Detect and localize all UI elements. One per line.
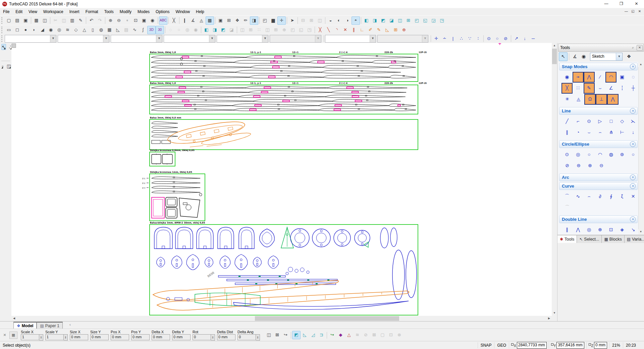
- menu-file[interactable]: File: [0, 8, 12, 15]
- print-preview-icon[interactable]: ◫: [41, 16, 49, 25]
- dline-segment-icon[interactable]: ∥: [561, 225, 573, 235]
- dline-rotated-rect-icon[interactable]: ◈: [616, 225, 628, 235]
- panel-styles-icon[interactable]: ❖: [625, 52, 633, 61]
- section-header[interactable]: Circle/Ellipse«: [559, 140, 638, 148]
- circle-tan-to-arc-icon[interactable]: ⊚: [616, 149, 628, 160]
- field-value[interactable]: 0 mm: [90, 334, 109, 340]
- pen-style-combo[interactable]: ▼: [5, 35, 56, 43]
- offset-icon[interactable]: ∥: [350, 26, 358, 34]
- chevron-down-icon[interactable]: ▼: [209, 35, 215, 42]
- collapse-icon[interactable]: «: [630, 64, 636, 69]
- revolve-tool-icon[interactable]: ∫: [139, 26, 147, 34]
- pen-width-combo[interactable]: ▼: [58, 35, 109, 43]
- snap-perpendicular-icon[interactable]: ⊥: [596, 94, 607, 105]
- line-bisector-icon[interactable]: ⋔: [605, 127, 616, 138]
- vertical-scroll-thumb[interactable]: [552, 49, 557, 64]
- horizontal-scrollbar[interactable]: ◀ ▶: [11, 316, 552, 321]
- chevron-down-icon[interactable]: ▼: [103, 35, 109, 42]
- menu-tools[interactable]: Tools: [101, 8, 117, 15]
- layer-combo[interactable]: ▼: [217, 35, 268, 43]
- circle-tan-3ent-icon[interactable]: ○: [628, 149, 639, 160]
- vertical-scrollbar[interactable]: ▲ ▼: [552, 43, 557, 316]
- curve-edit-nodes-icon[interactable]: ✕: [628, 191, 639, 202]
- mdi-minimize[interactable]: —: [623, 8, 629, 15]
- inspector-close-icon[interactable]: ✕: [2, 333, 7, 337]
- line-irregular-polygon-icon[interactable]: ▷: [595, 116, 606, 127]
- render-draft-icon[interactable]: ◑: [343, 16, 352, 25]
- dir-up-icon[interactable]: ↗: [512, 35, 521, 43]
- chamfer-icon[interactable]: ✕: [341, 26, 350, 34]
- chevron-down-icon[interactable]: ▼: [156, 35, 162, 42]
- section-header[interactable]: Line«: [559, 107, 638, 115]
- spell-check-icon[interactable]: ABC: [159, 16, 167, 25]
- snap-indicator[interactable]: SNAP: [478, 342, 494, 348]
- line-multiline-icon[interactable]: ⌐: [573, 116, 584, 127]
- mirror-copy-icon[interactable]: ◫: [263, 26, 272, 34]
- array-on-path-icon[interactable]: ⊕: [280, 26, 288, 34]
- zoom-out-icon[interactable]: ⊖: [115, 16, 123, 25]
- line-perpendicular-icon[interactable]: ⋋: [628, 116, 639, 127]
- aerial-view-icon[interactable]: ◉: [148, 16, 157, 25]
- sel-circle-slash-icon[interactable]: ⊘: [362, 331, 370, 339]
- text-style-combo[interactable]: ▼: [270, 35, 321, 43]
- circle-tan-line-2pt-icon[interactable]: ⊘: [561, 160, 573, 171]
- previous-view-icon[interactable]: ▣: [140, 16, 148, 25]
- meet-2-lines-icon[interactable]: ╲: [324, 26, 333, 34]
- sel-return-icon[interactable]: ↪: [328, 331, 336, 339]
- line-tangent-arc-icon[interactable]: ◔: [573, 127, 584, 138]
- window-new-icon[interactable]: ◫: [316, 16, 324, 25]
- copy-a-icon[interactable]: ◰: [288, 26, 297, 34]
- scroll-right-arrow[interactable]: ▶: [546, 316, 552, 321]
- point-style-bar-icon[interactable]: |: [449, 35, 457, 43]
- field-value[interactable]: 0 mm: [70, 334, 88, 340]
- shade-d-icon[interactable]: ◉: [192, 26, 200, 34]
- sel-marker-icon[interactable]: ◆: [336, 331, 345, 339]
- geo-indicator[interactable]: GEO: [494, 342, 509, 348]
- curve-helix-icon[interactable]: ∮: [605, 191, 616, 202]
- zoom-in-icon[interactable]: ⊕: [106, 16, 115, 25]
- menu-workspace[interactable]: Workspace: [40, 8, 66, 15]
- chevron-down-icon[interactable]: ▼: [50, 35, 56, 42]
- sketch-b-icon[interactable]: ✎: [375, 26, 383, 34]
- explode-icon[interactable]: ❖: [233, 16, 241, 25]
- dir-down-icon[interactable]: ↓: [521, 35, 529, 43]
- restore-button[interactable]: ❐: [614, 0, 629, 8]
- section-header[interactable]: Curve«: [559, 182, 638, 190]
- rotate-red-icon[interactable]: ⊕: [400, 26, 408, 34]
- tab-model[interactable]: ❖ Model: [13, 322, 37, 329]
- hemisphere-tool-icon[interactable]: ◗: [30, 26, 38, 34]
- cube-tool-icon[interactable]: ◻: [13, 26, 21, 34]
- open-file-icon[interactable]: ▤: [13, 16, 21, 25]
- grid-toggle-icon[interactable]: ▩: [206, 16, 214, 25]
- circle-mode-a-icon[interactable]: ⊙: [485, 35, 493, 43]
- view-iso-nw-icon[interactable]: ◨: [371, 16, 379, 25]
- snap-divide-icon[interactable]: ✳: [561, 94, 573, 105]
- snap-magnetic-icon[interactable]: Ω: [584, 94, 596, 105]
- menu-options[interactable]: Options: [153, 8, 172, 15]
- chevron-down-icon[interactable]: ▼: [422, 35, 428, 42]
- isel-handle-icon[interactable]: ↪: [281, 331, 290, 339]
- new-file-icon[interactable]: ▢: [5, 16, 13, 25]
- snap-quadrant-icon[interactable]: ◌: [628, 72, 639, 83]
- brush-style-combo[interactable]: ▼: [164, 35, 215, 43]
- chevron-down-icon[interactable]: ▼: [370, 35, 376, 42]
- panel-world-icon[interactable]: ◉: [579, 52, 588, 61]
- palette-tab-select[interactable]: ↖Select...: [577, 235, 602, 243]
- select-tool-icon[interactable]: ↖: [1, 44, 6, 50]
- snap-workplane-icon[interactable]: ◬: [573, 94, 584, 105]
- spinner[interactable]: ▲▼: [211, 334, 215, 341]
- view-bottom-icon[interactable]: ⊞: [404, 16, 413, 25]
- circle-3point-icon[interactable]: ◠: [595, 149, 606, 160]
- line-single-icon[interactable]: ╱: [561, 116, 573, 127]
- print-icon[interactable]: ▦: [32, 16, 41, 25]
- view-right-icon[interactable]: ◱: [421, 16, 429, 25]
- point-style-dot-icon[interactable]: ∸: [440, 35, 449, 43]
- cylinder-tool-icon[interactable]: ▯: [89, 26, 97, 34]
- coord-x-value[interactable]: 2840,7733 mm: [517, 342, 547, 349]
- isel-copy-icon[interactable]: ◫: [265, 331, 273, 339]
- tab-paper-1[interactable]: ▤ Paper 1: [37, 322, 62, 329]
- box-tool-icon[interactable]: ▭: [5, 26, 13, 34]
- angle-lock-icon[interactable]: ∡: [189, 16, 197, 25]
- view-iso-se-icon[interactable]: ◩: [379, 16, 387, 25]
- point-marker-icon[interactable]: ✛: [277, 16, 286, 25]
